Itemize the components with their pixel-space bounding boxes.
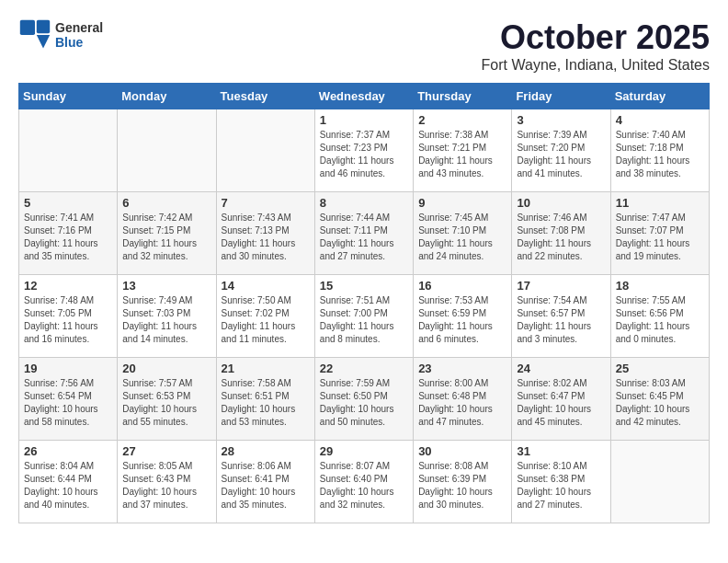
day-number: 23 (418, 362, 506, 375)
calendar-cell (610, 441, 709, 523)
calendar-cell: 3Sunrise: 7:39 AM Sunset: 7:20 PM Daylig… (512, 109, 610, 192)
day-number: 15 (320, 279, 408, 293)
day-number: 4 (616, 113, 704, 127)
calendar-cell: 7Sunrise: 7:43 AM Sunset: 7:13 PM Daylig… (216, 192, 314, 275)
day-number: 2 (418, 113, 506, 127)
day-number: 5 (24, 196, 112, 210)
day-number: 18 (616, 279, 704, 293)
day-number: 16 (418, 279, 506, 293)
day-info: Sunrise: 7:49 AM Sunset: 7:03 PM Dayligh… (122, 294, 210, 346)
calendar-cell: 15Sunrise: 7:51 AM Sunset: 7:00 PM Dayli… (314, 275, 413, 358)
day-number: 26 (24, 444, 112, 458)
day-info: Sunrise: 7:42 AM Sunset: 7:15 PM Dayligh… (122, 212, 210, 263)
day-info: Sunrise: 7:56 AM Sunset: 6:54 PM Dayligh… (24, 377, 112, 429)
day-of-week-header: Wednesday (314, 84, 413, 109)
day-of-week-header: Sunday (19, 84, 118, 109)
day-of-week-header: Friday (512, 84, 610, 109)
day-number: 8 (320, 196, 408, 210)
day-info: Sunrise: 7:53 AM Sunset: 6:59 PM Dayligh… (418, 294, 506, 346)
calendar-cell: 10Sunrise: 7:46 AM Sunset: 7:08 PM Dayli… (512, 192, 610, 275)
day-number: 29 (320, 444, 408, 458)
calendar-cell: 14Sunrise: 7:50 AM Sunset: 7:02 PM Dayli… (216, 275, 314, 358)
day-info: Sunrise: 7:38 AM Sunset: 7:21 PM Dayligh… (418, 129, 506, 180)
title-area: October 2025 Fort Wayne, Indiana, United… (482, 18, 710, 74)
day-info: Sunrise: 7:54 AM Sunset: 6:57 PM Dayligh… (517, 294, 605, 346)
day-number: 13 (122, 279, 210, 293)
day-info: Sunrise: 7:51 AM Sunset: 7:00 PM Dayligh… (320, 294, 408, 346)
day-number: 17 (517, 279, 605, 293)
calendar-cell: 1Sunrise: 7:37 AM Sunset: 7:23 PM Daylig… (314, 109, 413, 192)
day-number: 7 (222, 196, 310, 210)
day-number: 25 (616, 362, 704, 375)
calendar-cell: 12Sunrise: 7:48 AM Sunset: 7:05 PM Dayli… (19, 275, 118, 358)
calendar-cell: 29Sunrise: 8:07 AM Sunset: 6:40 PM Dayli… (314, 441, 413, 523)
svg-rect-1 (20, 20, 35, 35)
day-info: Sunrise: 7:57 AM Sunset: 6:53 PM Dayligh… (122, 377, 210, 429)
calendar-week-row: 12Sunrise: 7:48 AM Sunset: 7:05 PM Dayli… (19, 275, 710, 358)
calendar-week-row: 26Sunrise: 8:04 AM Sunset: 6:44 PM Dayli… (19, 441, 710, 523)
day-info: Sunrise: 8:00 AM Sunset: 6:48 PM Dayligh… (418, 377, 506, 429)
day-info: Sunrise: 7:39 AM Sunset: 7:20 PM Dayligh… (517, 129, 605, 180)
day-info: Sunrise: 7:43 AM Sunset: 7:13 PM Dayligh… (222, 212, 310, 263)
calendar-week-row: 5Sunrise: 7:41 AM Sunset: 7:16 PM Daylig… (19, 192, 710, 275)
calendar-cell: 28Sunrise: 8:06 AM Sunset: 6:41 PM Dayli… (216, 441, 314, 523)
day-info: Sunrise: 7:55 AM Sunset: 6:56 PM Dayligh… (616, 294, 704, 346)
day-number: 28 (222, 444, 310, 458)
day-of-week-header: Monday (118, 84, 216, 109)
day-info: Sunrise: 8:04 AM Sunset: 6:44 PM Dayligh… (24, 460, 112, 511)
calendar-cell: 23Sunrise: 8:00 AM Sunset: 6:48 PM Dayli… (414, 358, 512, 441)
calendar-cell: 2Sunrise: 7:38 AM Sunset: 7:21 PM Daylig… (414, 109, 512, 192)
svg-rect-2 (37, 20, 50, 33)
calendar-cell: 30Sunrise: 8:08 AM Sunset: 6:39 PM Dayli… (414, 441, 512, 523)
day-info: Sunrise: 8:02 AM Sunset: 6:47 PM Dayligh… (517, 377, 605, 429)
day-number: 22 (320, 362, 408, 375)
page-header: General Blue October 2025 Fort Wayne, In… (18, 18, 710, 74)
calendar-cell: 21Sunrise: 7:58 AM Sunset: 6:51 PM Dayli… (216, 358, 314, 441)
day-number: 10 (517, 196, 605, 210)
month-title: October 2025 (482, 18, 710, 57)
day-number: 11 (616, 196, 704, 210)
calendar-cell: 4Sunrise: 7:40 AM Sunset: 7:18 PM Daylig… (610, 109, 709, 192)
day-info: Sunrise: 8:08 AM Sunset: 6:39 PM Dayligh… (418, 460, 506, 511)
location: Fort Wayne, Indiana, United States (482, 57, 710, 74)
day-info: Sunrise: 7:44 AM Sunset: 7:11 PM Dayligh… (320, 212, 408, 263)
day-info: Sunrise: 8:03 AM Sunset: 6:45 PM Dayligh… (616, 377, 704, 429)
calendar-cell (118, 109, 216, 192)
day-number: 27 (122, 444, 210, 458)
calendar-week-row: 1Sunrise: 7:37 AM Sunset: 7:23 PM Daylig… (19, 109, 710, 192)
day-number: 19 (24, 362, 112, 375)
day-info: Sunrise: 7:58 AM Sunset: 6:51 PM Dayligh… (222, 377, 310, 429)
calendar-cell: 26Sunrise: 8:04 AM Sunset: 6:44 PM Dayli… (19, 441, 118, 523)
calendar-cell: 17Sunrise: 7:54 AM Sunset: 6:57 PM Dayli… (512, 275, 610, 358)
day-number: 24 (517, 362, 605, 375)
day-number: 9 (418, 196, 506, 210)
svg-marker-3 (37, 35, 50, 48)
logo: General Blue (18, 18, 103, 52)
day-info: Sunrise: 8:05 AM Sunset: 6:43 PM Dayligh… (122, 460, 210, 511)
day-number: 31 (517, 444, 605, 458)
day-info: Sunrise: 7:47 AM Sunset: 7:07 PM Dayligh… (616, 212, 704, 263)
day-number: 30 (418, 444, 506, 458)
day-number: 6 (122, 196, 210, 210)
day-info: Sunrise: 7:45 AM Sunset: 7:10 PM Dayligh… (418, 212, 506, 263)
day-number: 21 (222, 362, 310, 375)
calendar-cell: 18Sunrise: 7:55 AM Sunset: 6:56 PM Dayli… (610, 275, 709, 358)
calendar-cell: 25Sunrise: 8:03 AM Sunset: 6:45 PM Dayli… (610, 358, 709, 441)
day-of-week-header: Tuesday (216, 84, 314, 109)
calendar-cell: 20Sunrise: 7:57 AM Sunset: 6:53 PM Dayli… (118, 358, 216, 441)
header-row: SundayMondayTuesdayWednesdayThursdayFrid… (19, 84, 710, 109)
day-number: 20 (122, 362, 210, 375)
logo-icon (18, 18, 51, 52)
day-number: 3 (517, 113, 605, 127)
calendar-cell: 27Sunrise: 8:05 AM Sunset: 6:43 PM Dayli… (118, 441, 216, 523)
calendar-cell: 6Sunrise: 7:42 AM Sunset: 7:15 PM Daylig… (118, 192, 216, 275)
logo-blue: Blue (55, 35, 103, 50)
calendar-cell: 19Sunrise: 7:56 AM Sunset: 6:54 PM Dayli… (19, 358, 118, 441)
day-number: 1 (320, 113, 408, 127)
day-info: Sunrise: 7:48 AM Sunset: 7:05 PM Dayligh… (24, 294, 112, 346)
calendar-cell: 11Sunrise: 7:47 AM Sunset: 7:07 PM Dayli… (610, 192, 709, 275)
day-info: Sunrise: 8:06 AM Sunset: 6:41 PM Dayligh… (222, 460, 310, 511)
day-info: Sunrise: 8:10 AM Sunset: 6:38 PM Dayligh… (517, 460, 605, 511)
day-number: 12 (24, 279, 112, 293)
calendar-header: SundayMondayTuesdayWednesdayThursdayFrid… (19, 84, 710, 109)
